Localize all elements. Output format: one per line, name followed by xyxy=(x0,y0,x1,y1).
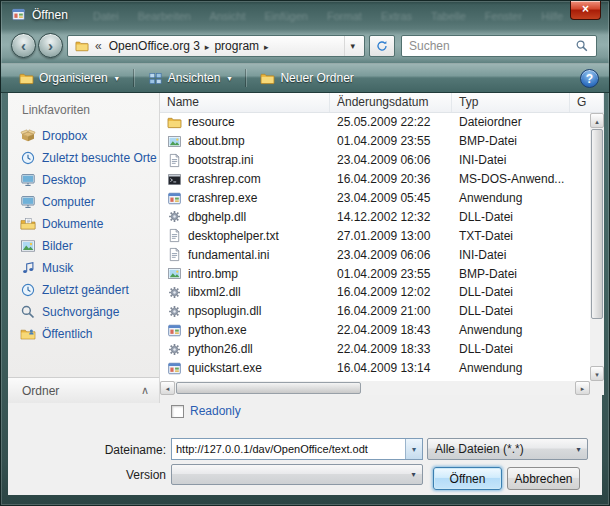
dll-icon xyxy=(167,342,182,357)
select-dropdown-icon: ▾ xyxy=(405,470,422,479)
refresh-button[interactable] xyxy=(369,35,395,57)
file-date-cell: 01.04.2009 23:55 xyxy=(330,134,452,148)
column-header-name[interactable]: Name xyxy=(160,93,330,112)
new-folder-button[interactable]: Neuer Ordner xyxy=(252,68,361,89)
file-row[interactable]: dbghelp.dll14.12.2002 12:32DLL-Datei xyxy=(160,207,590,226)
file-name: dbghelp.dll xyxy=(188,210,246,224)
folder-icon xyxy=(167,115,182,130)
help-button[interactable]: ? xyxy=(580,69,599,88)
file-type-cell: BMP-Datei xyxy=(452,134,570,148)
filename-value[interactable]: http://127.0.0.1/dav/OpenOffice/text.odt xyxy=(172,443,405,455)
breadcrumb[interactable]: « OpenOffice.org 3▸program▸ ▾ xyxy=(67,35,365,57)
column-header-row: NameÄnderungsdatumTypG xyxy=(160,93,604,113)
dialog-body: Linkfavoriten DropboxZuletzt besuchte Or… xyxy=(8,93,602,495)
breadcrumb-overflow-icon[interactable]: « xyxy=(95,39,102,53)
recent-changed-icon xyxy=(20,282,36,298)
file-row[interactable]: libxml2.dll16.04.2009 12:02DLL-Datei xyxy=(160,283,590,302)
scroll-down-icon[interactable]: ▾ xyxy=(590,366,604,381)
filename-input[interactable]: http://127.0.0.1/dav/OpenOffice/text.odt… xyxy=(171,438,423,460)
file-row[interactable]: python.exe22.04.2009 18:43Anwendung xyxy=(160,321,590,340)
horizontal-scrollbar[interactable]: ◂ ▸ xyxy=(160,381,590,395)
close-button[interactable]: × xyxy=(570,1,601,20)
titlebar: Datei Bearbeiten Ansicht Einfügen Format… xyxy=(1,1,609,29)
file-date-cell: 23.04.2009 05:45 xyxy=(330,191,452,205)
recent-icon xyxy=(20,150,36,166)
folders-toggle[interactable]: Ordner ∧ xyxy=(8,377,159,403)
file-type-cell: BMP-Datei xyxy=(452,267,570,281)
chevron-down-icon: ▾ xyxy=(227,74,231,83)
vertical-scroll-thumb[interactable] xyxy=(591,129,603,319)
filetype-select[interactable]: Alle Dateien (*.*) ▾ xyxy=(427,438,588,460)
sidebar-item-dokumente[interactable]: Dokumente xyxy=(8,213,159,235)
file-name-cell: quickstart.exe xyxy=(160,361,330,376)
file-row[interactable]: bootstrap.ini23.04.2009 06:06INI-Datei xyxy=(160,151,590,170)
dll-icon xyxy=(167,209,182,224)
file-name: crashrep.exe xyxy=(188,191,257,205)
file-row[interactable]: intro.bmp01.04.2009 23:55BMP-Datei xyxy=(160,264,590,283)
views-icon xyxy=(148,71,163,86)
file-row[interactable]: about.bmp01.04.2009 23:55BMP-Datei xyxy=(160,132,590,151)
file-name-cell: about.bmp xyxy=(160,134,330,149)
scroll-right-icon[interactable]: ▸ xyxy=(575,381,590,395)
file-row[interactable]: crashrep.com16.04.2009 20:36MS-DOS-Anwen… xyxy=(160,170,590,189)
sidebar-item-dropbox[interactable]: Dropbox xyxy=(8,125,159,147)
combo-dropdown-icon[interactable]: ▾ xyxy=(405,439,422,459)
views-button[interactable]: Ansichten ▾ xyxy=(140,68,240,89)
readonly-checkbox[interactable] xyxy=(171,405,184,418)
sidebar-item-zuletzt-besuchte-orte[interactable]: Zuletzt besuchte Orte xyxy=(8,147,159,169)
file-row[interactable]: quickstart.exe16.04.2009 13:14Anwendung xyxy=(160,359,590,378)
organize-icon xyxy=(19,71,34,86)
column-header-nderungsdatum[interactable]: Änderungsdatum xyxy=(330,93,452,112)
sidebar-item-computer[interactable]: Computer xyxy=(8,191,159,213)
search-input[interactable]: Suchen xyxy=(401,35,597,57)
file-name: resource xyxy=(188,115,235,129)
toolbar-separator xyxy=(133,69,134,87)
file-row[interactable]: fundamental.ini23.04.2009 06:06INI-Datei xyxy=(160,245,590,264)
breadcrumb-item[interactable]: program xyxy=(210,39,263,53)
pictures-icon xyxy=(20,238,36,254)
sidebar-item-label: Computer xyxy=(42,195,95,209)
file-name: desktophelper.txt xyxy=(188,229,279,243)
breadcrumb-item[interactable]: OpenOffice.org 3 xyxy=(105,39,204,53)
app-icon xyxy=(167,323,182,338)
folder-icon xyxy=(75,39,89,53)
file-row[interactable]: desktophelper.txt27.01.2009 13:00TXT-Dat… xyxy=(160,226,590,245)
sidebar-item-zuletzt-ge-ndert[interactable]: Zuletzt geändert xyxy=(8,279,159,301)
file-row[interactable]: python26.dll22.04.2009 18:33DLL-Datei xyxy=(160,340,590,359)
sidebar-item-suchvorg-nge[interactable]: Suchvorgänge xyxy=(8,301,159,323)
breadcrumb-dropdown-icon[interactable]: ▾ xyxy=(344,36,360,56)
sidebar-item-label: Suchvorgänge xyxy=(42,305,119,319)
sidebar-item-musik[interactable]: Musik xyxy=(8,257,159,279)
file-type-cell: DLL-Datei xyxy=(452,304,570,318)
column-header-g[interactable]: G xyxy=(570,93,604,112)
open-button[interactable]: Öffnen xyxy=(433,467,502,490)
help-icon: ? xyxy=(586,72,593,86)
sidebar-item-desktop[interactable]: Desktop xyxy=(8,169,159,191)
back-button[interactable]: ‹ xyxy=(11,33,36,58)
sidebar-item-bilder[interactable]: Bilder xyxy=(8,235,159,257)
scroll-left-icon[interactable]: ◂ xyxy=(160,381,175,395)
search-icon[interactable] xyxy=(575,39,589,53)
breadcrumb-separator-icon[interactable]: ▸ xyxy=(263,42,270,52)
vertical-scrollbar[interactable]: ▴ ▾ xyxy=(590,113,604,381)
file-name: libxml2.dll xyxy=(188,285,241,299)
file-name-cell: npsoplugin.dll xyxy=(160,304,330,319)
file-type-cell: INI-Datei xyxy=(452,153,570,167)
file-row[interactable]: crashrep.exe23.04.2009 05:45Anwendung xyxy=(160,189,590,208)
navigation-bar: ‹ › « OpenOffice.org 3▸program▸ ▾ Suchen xyxy=(1,29,609,63)
file-row[interactable]: resource25.05.2009 22:22Dateiordner xyxy=(160,113,590,132)
organize-label: Organisieren xyxy=(39,71,108,85)
organize-button[interactable]: Organisieren ▾ xyxy=(11,68,127,89)
search-placeholder: Suchen xyxy=(409,39,450,53)
column-header-typ[interactable]: Typ xyxy=(452,93,570,112)
file-row[interactable]: npsoplugin.dll16.04.2009 21:00DLL-Datei xyxy=(160,302,590,321)
forward-button[interactable]: › xyxy=(38,33,63,58)
chevron-left-icon: ‹ xyxy=(21,37,26,54)
horizontal-scroll-thumb[interactable] xyxy=(176,382,361,394)
searches-icon xyxy=(20,304,36,320)
cancel-button[interactable]: Abbrechen xyxy=(507,467,580,490)
sidebar-item-ffentlich[interactable]: Öffentlich xyxy=(8,323,159,345)
version-select[interactable]: ▾ xyxy=(171,464,423,485)
select-dropdown-icon: ▾ xyxy=(570,445,587,454)
scroll-up-icon[interactable]: ▴ xyxy=(590,113,604,128)
